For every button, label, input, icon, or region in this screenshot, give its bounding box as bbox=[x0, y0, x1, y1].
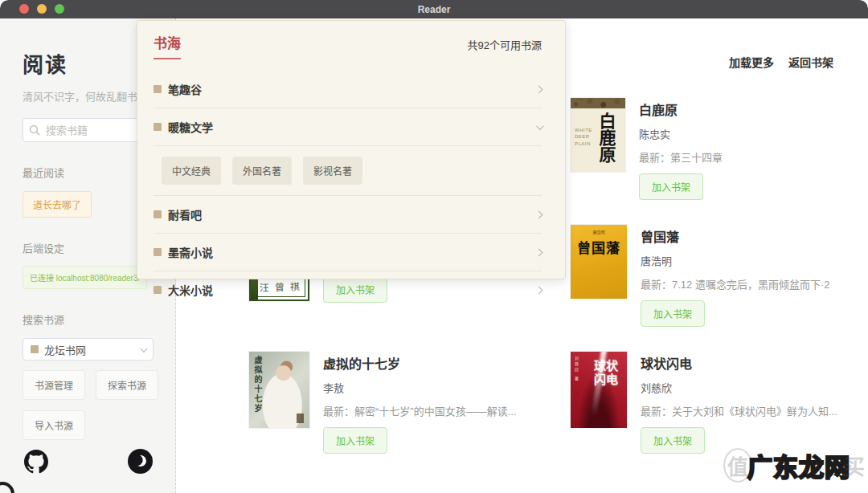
add-to-shelf-button[interactable]: 加入书架 bbox=[639, 173, 703, 200]
chevron-right-icon bbox=[535, 248, 543, 256]
source-favicon-icon bbox=[154, 210, 162, 218]
source-favicon-icon bbox=[154, 123, 162, 131]
search-icon bbox=[29, 124, 40, 136]
window-title: Reader bbox=[0, 4, 868, 15]
source-item[interactable]: 大米小说 bbox=[154, 271, 542, 308]
cover-seal bbox=[297, 414, 304, 423]
cover-title: 球状闪电 bbox=[594, 359, 623, 387]
moon-icon bbox=[133, 454, 147, 467]
selected-source: 龙坛书网 bbox=[44, 342, 140, 357]
book-cover[interactable]: 刘慈欣 著 球状闪电 bbox=[571, 352, 627, 428]
book-cover[interactable]: WHITE DEER PLAIN 白鹿原 bbox=[571, 98, 625, 172]
book-author: 刘慈欣 bbox=[641, 380, 837, 395]
explore-sources-button[interactable]: 探索书源 bbox=[96, 370, 158, 400]
chevron-right-icon bbox=[535, 210, 543, 218]
minimize-button[interactable] bbox=[37, 4, 47, 14]
cover-subtitle: WHITE DEER PLAIN bbox=[575, 127, 594, 147]
available-sources-count: 共92个可用书源 bbox=[468, 37, 542, 52]
source-item[interactable]: 墨斋小说 bbox=[154, 234, 542, 271]
dark-mode-toggle[interactable] bbox=[128, 449, 153, 474]
book-sources-popup: 书海 共92个可用书源 笔趣谷 暖糖文学 中文经典 外国名著 影视名著 耐看吧 bbox=[137, 20, 566, 279]
source-item-expanded[interactable]: 暖糖文学 bbox=[154, 108, 542, 146]
cover-author: 刘慈欣 著 bbox=[574, 357, 579, 381]
book-author: 李敖 bbox=[323, 380, 517, 395]
source-favicon-icon bbox=[154, 85, 162, 93]
source-favicon-icon bbox=[154, 286, 162, 294]
category-tag[interactable]: 外国名著 bbox=[232, 157, 292, 185]
source-favicon-icon bbox=[31, 345, 39, 353]
chevron-right-icon bbox=[535, 85, 543, 93]
book-latest-chapter: 最新：7.12 遗嘱念完后，黑雨倾盆而下·2 bbox=[641, 276, 829, 291]
chevron-down-icon bbox=[536, 122, 544, 130]
book-author: 陈忠实 bbox=[639, 126, 723, 141]
book-source-select[interactable]: 龙坛书网 bbox=[23, 338, 154, 361]
close-button[interactable] bbox=[19, 4, 29, 14]
chevron-down-icon bbox=[140, 344, 148, 352]
book-latest-chapter: 最新：第三十四章 bbox=[639, 149, 723, 165]
cover-title: 白鹿原 bbox=[594, 112, 618, 163]
maximize-button[interactable] bbox=[55, 4, 64, 14]
book-cover[interactable]: 虚拟的十七岁 bbox=[249, 352, 309, 428]
import-sources-button[interactable]: 导入书源 bbox=[23, 410, 85, 440]
back-to-shelf-button[interactable]: 返回书架 bbox=[788, 54, 833, 70]
source-item[interactable]: 耐看吧 bbox=[154, 196, 542, 234]
cover-title: 虚拟的十七岁 bbox=[252, 356, 264, 414]
github-icon[interactable] bbox=[24, 450, 48, 474]
book-card: 唐浩明 曾国藩 曾国藩 唐浩明 最新：7.12 遗嘱念完后，黑雨倾盆而下·2 加… bbox=[571, 225, 829, 327]
book-title: 球状闪电 bbox=[641, 353, 837, 373]
search-source-label: 搜索书源 bbox=[23, 312, 175, 327]
recent-book-tag[interactable]: 道长去哪了 bbox=[23, 191, 92, 218]
source-favicon-icon bbox=[154, 248, 162, 256]
load-more-button[interactable]: 加载更多 bbox=[729, 54, 774, 70]
backend-status-badge[interactable]: 已连接 localhost:8080/reader3/ bbox=[23, 266, 147, 289]
book-card: 刘慈欣 著 球状闪电 球状闪电 刘慈欣 最新：关于大刘和《球状闪电》鲜为人知..… bbox=[571, 352, 837, 454]
source-item[interactable]: 笔趣谷 bbox=[154, 71, 542, 108]
add-to-shelf-button[interactable]: 加入书架 bbox=[323, 427, 387, 454]
cover-art bbox=[571, 98, 625, 108]
book-latest-chapter: 最新：解密“十七岁”的中国女孩——解读... bbox=[323, 403, 517, 418]
book-title: 白鹿原 bbox=[639, 100, 723, 119]
book-author: 唐浩明 bbox=[641, 253, 829, 268]
manage-sources-button[interactable]: 书源管理 bbox=[23, 370, 85, 400]
book-title: 曾国藩 bbox=[641, 226, 829, 246]
book-latest-chapter: 最新：关于大刘和《球状闪电》鲜为人知... bbox=[641, 403, 837, 418]
source-category-tags: 中文经典 外国名著 影视名著 bbox=[154, 146, 542, 196]
cover-author: 唐浩明 bbox=[592, 229, 604, 234]
popup-title: 书海 bbox=[154, 32, 181, 59]
app-window: Reader 阅读 清风不识字，何故乱翻书 最近阅读 道长去哪了 后端设定 已连… bbox=[0, 0, 868, 493]
category-tag[interactable]: 中文经典 bbox=[162, 157, 221, 185]
category-tag[interactable]: 影视名著 bbox=[303, 157, 362, 185]
chevron-right-icon bbox=[535, 286, 543, 294]
book-cover[interactable]: 唐浩明 曾国藩 bbox=[571, 225, 627, 299]
book-card: WHITE DEER PLAIN 白鹿原 白鹿原 陈忠实 最新：第三十四章 加入… bbox=[571, 98, 723, 200]
titlebar: Reader bbox=[0, 0, 868, 18]
add-to-shelf-button[interactable]: 加入书架 bbox=[641, 300, 705, 327]
cover-title: 曾国藩 bbox=[571, 237, 627, 257]
add-to-shelf-button[interactable]: 加入书架 bbox=[641, 427, 705, 454]
book-card: 虚拟的十七岁 虚拟的十七岁 李敖 最新：解密“十七岁”的中国女孩——解读... … bbox=[249, 352, 517, 454]
book-title: 虚拟的十七岁 bbox=[323, 353, 517, 373]
traffic-lights bbox=[19, 4, 64, 14]
